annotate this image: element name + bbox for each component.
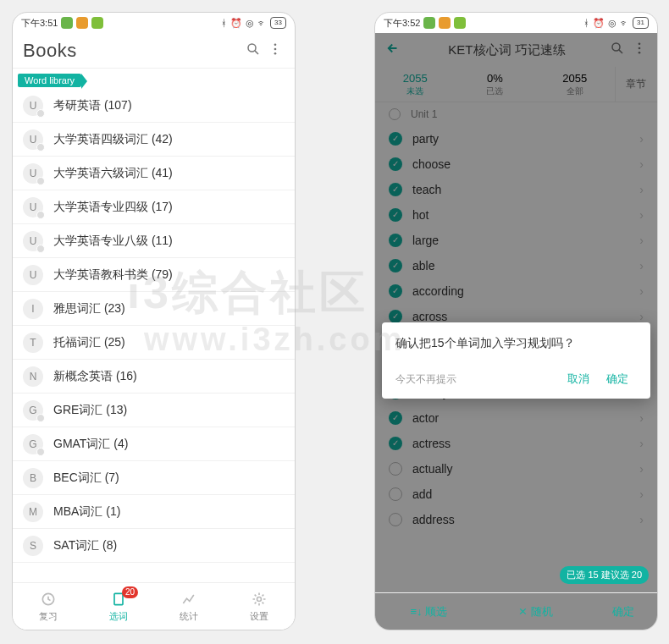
nav-stats[interactable]: 统计 — [154, 583, 224, 630]
clock-icon — [39, 590, 58, 608]
header-bar: Books — [13, 33, 295, 69]
list-item[interactable]: U大学英语教科书类 (79) — [13, 258, 295, 292]
chart-icon — [180, 590, 198, 608]
svg-point-3 — [274, 47, 277, 50]
selection-pill: 已选 15 建议选 20 — [560, 566, 649, 584]
list-item[interactable]: U大学英语四级词汇 (42) — [13, 123, 295, 157]
more-icon[interactable] — [264, 38, 286, 63]
nav-label: 选词 — [109, 610, 128, 623]
dialog-message: 确认把15个单词加入学习规划吗？ — [395, 336, 637, 351]
nav-label: 统计 — [180, 610, 198, 623]
ribbon-label: Word library — [18, 74, 81, 87]
list-item[interactable]: I雅思词汇 (23) — [13, 292, 295, 326]
wifi-icon: ᯤ — [620, 18, 629, 28]
status-app-icon — [91, 17, 103, 29]
list-item-label: 大学英语专业八级 (11) — [53, 234, 285, 249]
avatar-letter: U — [23, 265, 43, 285]
ribbon-tag: Word library — [18, 72, 162, 87]
list-item[interactable]: U大学英语专业八级 (11) — [13, 224, 295, 258]
list-item[interactable]: GGMAT词汇 (4) — [13, 427, 295, 461]
list-item-label: 考研英语 (107) — [53, 98, 285, 113]
battery-icon: 31 — [633, 17, 649, 29]
svg-rect-6 — [114, 593, 123, 604]
avatar-letter: U — [23, 231, 43, 251]
list-item-label: 托福词汇 (25) — [53, 335, 285, 350]
list-item-label: 新概念英语 (16) — [53, 369, 285, 384]
avatar-letter: I — [23, 299, 43, 319]
list-item-label: MBA词汇 (1) — [53, 504, 285, 520]
order-button[interactable]: ≡↓ 顺选 — [375, 604, 483, 619]
nav-review[interactable]: 复习 — [13, 583, 83, 630]
avatar-letter: U — [23, 197, 43, 217]
signal-icon: ◎ — [608, 18, 616, 29]
avatar-letter: T — [23, 333, 43, 353]
list-item[interactable]: U大学英语专业四级 (17) — [13, 190, 295, 224]
list-item[interactable]: BBEC词汇 (7) — [13, 461, 295, 495]
battery-icon: 33 — [270, 17, 286, 29]
bluetooth-icon: ᚼ — [583, 18, 589, 28]
avatar-letter: G — [23, 400, 43, 421]
search-icon[interactable] — [242, 38, 264, 63]
nav-label: 复习 — [39, 610, 58, 623]
avatar-letter: S — [23, 536, 43, 556]
confirm-button[interactable]: 确定 — [589, 604, 657, 619]
phone-left: 下午3:51 ᚼ ⏰ ◎ ᯤ 33 Books Word library U考研… — [12, 12, 296, 630]
wifi-icon: ᯤ — [257, 18, 267, 28]
avatar-letter: G — [23, 434, 43, 454]
avatar-letter: U — [23, 96, 43, 116]
list-item[interactable]: GGRE词汇 (13) — [13, 394, 295, 427]
statusbar: 下午3:52 ᚼ ⏰ ◎ ᯤ 31 — [375, 13, 657, 33]
status-time: 下午3:51 — [21, 17, 58, 30]
svg-point-7 — [257, 597, 262, 602]
status-app-icon — [423, 17, 435, 29]
list-item[interactable]: N新概念英语 (16) — [13, 360, 295, 394]
svg-point-4 — [274, 52, 277, 54]
bottom-nav: 复习 20 选词 统计 设置 — [13, 582, 295, 630]
list-item[interactable]: SSAT词汇 (8) — [13, 529, 295, 563]
phone-right: 下午3:52 ᚼ ⏰ ◎ ᯤ 31 KET核心词 巧记速练 — [374, 12, 658, 630]
svg-point-2 — [274, 43, 277, 46]
signal-icon: ◎ — [246, 18, 254, 29]
avatar-letter: N — [23, 366, 43, 387]
nav-badge: 20 — [122, 586, 138, 598]
status-app-icon — [454, 17, 466, 29]
status-app-icon — [76, 17, 88, 29]
list-item-label: GRE词汇 (13) — [53, 403, 285, 418]
list-item-label: GMAT词汇 (4) — [53, 437, 285, 452]
avatar-letter: U — [23, 129, 43, 150]
status-app-icon — [61, 17, 73, 29]
nav-label: 设置 — [250, 610, 268, 623]
status-time: 下午3:52 — [384, 17, 420, 30]
list-item-label: 雅思词汇 (23) — [53, 301, 285, 316]
random-button[interactable]: ⨯ 随机 — [483, 604, 590, 619]
alarm-icon: ⏰ — [230, 18, 242, 29]
list-item-label: 大学英语六级词汇 (41) — [53, 166, 285, 181]
status-app-icon — [439, 17, 451, 29]
ok-button[interactable]: 确定 — [598, 368, 637, 390]
gear-icon — [250, 590, 268, 608]
book-list[interactable]: U考研英语 (107)U大学英语四级词汇 (42)U大学英语六级词汇 (41)U… — [13, 89, 295, 582]
bottom-actions: ≡↓ 顺选 ⨯ 随机 确定 — [375, 592, 657, 630]
list-item-label: 大学英语专业四级 (17) — [53, 200, 285, 215]
bluetooth-icon: ᚼ — [221, 18, 227, 28]
list-item[interactable]: MMBA词汇 (1) — [13, 495, 295, 529]
list-item-label: 大学英语四级词汇 (42) — [53, 132, 285, 147]
statusbar: 下午3:51 ᚼ ⏰ ◎ ᯤ 33 — [13, 13, 295, 33]
dialog-hint[interactable]: 今天不再提示 — [395, 372, 559, 387]
list-item[interactable]: T托福词汇 (25) — [13, 326, 295, 360]
list-item-label: SAT词汇 (8) — [53, 538, 285, 553]
avatar-letter: M — [23, 502, 43, 522]
svg-point-0 — [248, 44, 256, 52]
cancel-button[interactable]: 取消 — [559, 368, 598, 390]
list-item[interactable]: U考研英语 (107) — [13, 89, 295, 123]
nav-select[interactable]: 20 选词 — [83, 583, 153, 630]
page-title: Books — [23, 40, 242, 62]
svg-line-1 — [255, 50, 258, 53]
avatar-letter: U — [23, 163, 43, 184]
confirm-dialog: 确认把15个单词加入学习规划吗？ 今天不再提示 取消 确定 — [382, 322, 650, 399]
alarm-icon: ⏰ — [593, 18, 605, 29]
list-item-label: BEC词汇 (7) — [53, 471, 285, 486]
list-item[interactable]: U大学英语六级词汇 (41) — [13, 157, 295, 190]
list-item-label: 大学英语教科书类 (79) — [53, 267, 285, 283]
nav-settings[interactable]: 设置 — [224, 583, 295, 630]
